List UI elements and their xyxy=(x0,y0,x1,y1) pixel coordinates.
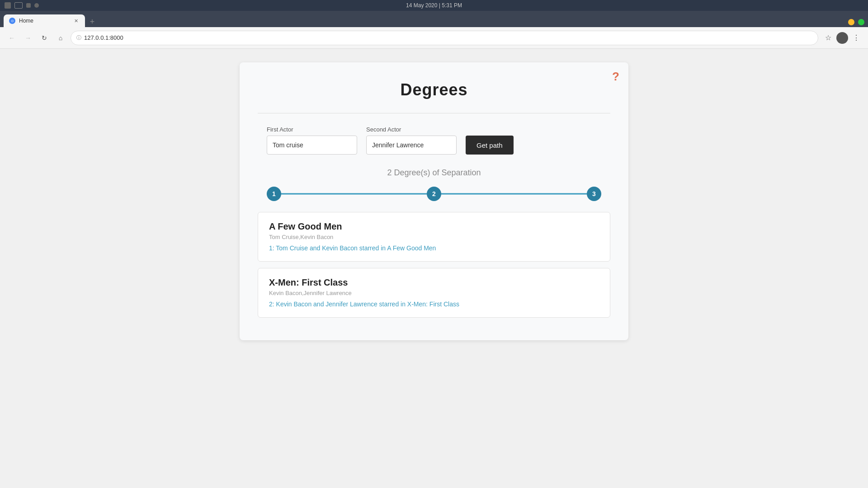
chrome-tab-home[interactable]: ⊙ Home ✕ xyxy=(4,14,85,27)
timeline-node-1: 1 xyxy=(267,187,281,201)
timeline-node-3: 3 xyxy=(587,187,601,201)
second-actor-input[interactable] xyxy=(366,136,457,155)
result-actors-1: Tom Cruise,Kevin Bacon xyxy=(269,234,599,240)
new-tab-button[interactable]: + xyxy=(87,16,98,27)
result-title-2: X-Men: First Class xyxy=(269,277,599,288)
divider xyxy=(258,113,610,113)
chrome-menu-button[interactable]: ⋮ xyxy=(850,32,863,44)
page-title: Degrees xyxy=(258,80,610,99)
home-button[interactable]: ⌂ xyxy=(54,32,67,44)
result-link-1[interactable]: 1: Tom Cruise and Kevin Bacon starred in… xyxy=(269,244,436,252)
timeline: 1 2 3 xyxy=(258,187,610,201)
maximize-button[interactable] xyxy=(858,19,864,25)
bookmark-button[interactable]: ☆ xyxy=(822,32,835,44)
back-button[interactable]: ← xyxy=(5,32,18,44)
result-cards-container: A Few Good Men Tom Cruise,Kevin Bacon 1:… xyxy=(258,212,610,318)
reload-button[interactable]: ↻ xyxy=(38,32,51,44)
tab-close-button[interactable]: ✕ xyxy=(72,17,80,24)
os-bar: 14 May 2020 | 5:31 PM xyxy=(0,0,868,11)
address-bar[interactable]: ⓘ 127.0.0.1:8000 xyxy=(71,31,818,45)
get-path-button[interactable]: Get path xyxy=(466,136,514,155)
degrees-label: 2 Degree(s) of Separation xyxy=(258,168,610,178)
os-time: 14 May 2020 | 5:31 PM xyxy=(406,2,462,9)
second-actor-group: Second Actor xyxy=(366,126,457,155)
forward-button[interactable]: → xyxy=(22,32,34,44)
main-card: ? Degrees First Actor Second Actor Get p… xyxy=(240,62,628,340)
os-icon-4 xyxy=(34,3,39,8)
help-button[interactable]: ? xyxy=(612,70,619,84)
first-actor-label: First Actor xyxy=(267,126,357,133)
first-actor-input[interactable] xyxy=(267,136,357,155)
nav-right-controls: ☆ ⋮ xyxy=(822,32,863,44)
os-icon-2 xyxy=(14,2,23,9)
address-lock-icon: ⓘ xyxy=(76,34,81,41)
address-text: 127.0.0.1:8000 xyxy=(84,34,123,41)
second-actor-label: Second Actor xyxy=(366,126,457,133)
chrome-nav-bar: ← → ↻ ⌂ ⓘ 127.0.0.1:8000 ☆ ⋮ xyxy=(0,27,868,49)
result-title-1: A Few Good Men xyxy=(269,221,599,232)
search-form: First Actor Second Actor Get path xyxy=(258,126,610,155)
os-bar-left xyxy=(5,2,39,9)
result-card-1: A Few Good Men Tom Cruise,Kevin Bacon 1:… xyxy=(258,212,610,262)
timeline-node-2: 2 xyxy=(427,187,441,201)
result-link-2[interactable]: 2: Kevin Bacon and Jennifer Lawrence sta… xyxy=(269,300,459,308)
chrome-title-bar: ⊙ Home ✕ + xyxy=(0,11,868,27)
os-icon-3 xyxy=(26,3,31,8)
minimize-button[interactable] xyxy=(848,19,854,25)
result-actors-2: Kevin Bacon,Jennifer Lawrence xyxy=(269,290,599,296)
os-icon-1 xyxy=(5,2,11,9)
first-actor-group: First Actor xyxy=(267,126,357,155)
page-content: ? Degrees First Actor Second Actor Get p… xyxy=(0,49,868,354)
window-controls xyxy=(848,19,864,27)
result-card-2: X-Men: First Class Kevin Bacon,Jennifer … xyxy=(258,268,610,318)
profile-button[interactable] xyxy=(836,32,848,44)
tab-label: Home xyxy=(19,18,33,24)
tab-favicon: ⊙ xyxy=(9,18,15,24)
